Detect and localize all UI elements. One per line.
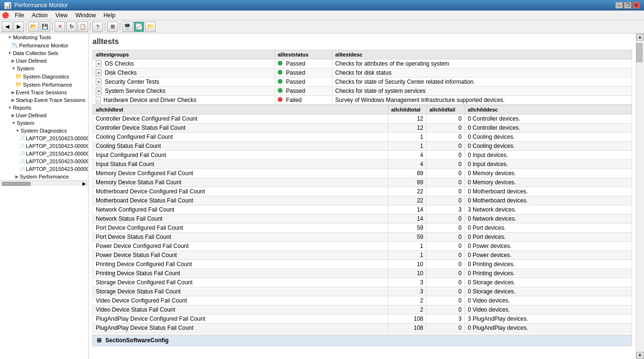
sidebar-item-system-reports[interactable]: ▼ System bbox=[0, 119, 88, 127]
minimize-button[interactable]: ─ bbox=[615, 2, 623, 9]
sidebar-item-system-diagnostics[interactable]: 📁 System Diagnostics bbox=[0, 72, 88, 80]
expand-toggle[interactable]: - bbox=[96, 97, 101, 103]
top-table-row[interactable]: - Hardware Device and Driver Checks Fail… bbox=[93, 96, 632, 105]
expand-toggle[interactable]: + bbox=[96, 88, 102, 94]
sidebar-item-data-collector-sets[interactable]: ▼ Data Collector Sets bbox=[0, 49, 88, 57]
menu-view[interactable]: View bbox=[52, 11, 72, 20]
properties-button[interactable]: ⊞ bbox=[107, 22, 118, 32]
child-table-row[interactable]: Printing Device Status Fail Count 10 0 0… bbox=[93, 269, 632, 278]
content-area: alltests alltestgroups allteststatus all… bbox=[89, 34, 636, 359]
top-table-row[interactable]: + Disk Checks Passed Checks for disk sta… bbox=[93, 68, 632, 78]
close-button[interactable]: ✕ bbox=[633, 2, 640, 9]
child-desc: 0 Input devices. bbox=[465, 160, 632, 169]
child-table-row[interactable]: Memory Device Configured Fail Count 89 0… bbox=[93, 169, 632, 178]
top-table-row[interactable]: + System Service Checks Passed Checks fo… bbox=[93, 87, 632, 96]
top-table-row[interactable]: + Security Center Tests Passed Checks fo… bbox=[93, 78, 632, 87]
open-button[interactable]: 📂 bbox=[28, 22, 39, 32]
child-table-row[interactable]: Port Device Status Fail Count 59 0 0 Por… bbox=[93, 233, 632, 242]
child-table-row[interactable]: Port Device Configured Fail Count 59 0 0… bbox=[93, 224, 632, 233]
sidebar-item-laptop1[interactable]: 📄 LAPTOP_20150423-00000 bbox=[0, 135, 88, 142]
child-desc: 0 Cooling devices. bbox=[465, 142, 632, 151]
laptop4-label: LAPTOP_20150423-00000 bbox=[26, 158, 88, 164]
child-total: 10 bbox=[388, 269, 427, 278]
sidebar-item-startup-event-trace[interactable]: ▶ Startup Event Trace Sessions bbox=[0, 96, 88, 104]
report-icon-3: 📄 bbox=[19, 151, 25, 157]
expand-toggle[interactable]: + bbox=[96, 69, 102, 76]
child-table-row[interactable]: Controller Device Status Fail Count 12 0… bbox=[93, 123, 632, 133]
menu-help[interactable]: Help bbox=[100, 11, 119, 20]
sidebar-scroll-thumb[interactable] bbox=[2, 182, 31, 186]
sidebar-scroll-right[interactable]: ▶ bbox=[82, 181, 86, 186]
forward-button[interactable]: ▶ bbox=[13, 22, 24, 32]
child-total: 14 bbox=[388, 214, 427, 224]
sidebar-item-user-defined[interactable]: ▶ User Defined bbox=[0, 57, 88, 65]
child-desc: 0 Input devices. bbox=[465, 151, 632, 160]
sidebar-item-reports[interactable]: ▼ Reports bbox=[0, 104, 88, 112]
expand-toggle[interactable]: + bbox=[96, 79, 102, 85]
sidebar-item-event-trace[interactable]: ▶ Event Trace Sessions bbox=[0, 89, 88, 96]
sidebar-scrollbar[interactable]: ▶ bbox=[0, 180, 88, 186]
toolbar: ◀ ▶ 📂 💾 ✕ ↻ 📋 ? ⊞ 🖥️ 📈 📁 bbox=[0, 20, 644, 34]
back-button[interactable]: ◀ bbox=[2, 22, 12, 32]
child-test-name: Storage Device Status Fail Count bbox=[93, 287, 388, 296]
sidebar-item-monitoring-tools[interactable]: ▼ Monitoring Tools bbox=[0, 34, 88, 41]
child-table-row[interactable]: Controller Device Configured Fail Count … bbox=[93, 114, 632, 123]
child-desc: 0 Printing devices. bbox=[465, 260, 632, 269]
bottom-section-icon: ⊞ bbox=[97, 337, 102, 344]
child-table-row[interactable]: Power Device Configured Fail Count 1 0 0… bbox=[93, 242, 632, 251]
child-table-row[interactable]: Storage Device Status Fail Count 3 0 0 S… bbox=[93, 287, 632, 296]
sidebar-item-laptop5[interactable]: 📄 LAPTOP_20150423-00000 bbox=[0, 165, 88, 173]
right-scrollbar[interactable]: ▲ ▼ bbox=[636, 34, 644, 359]
restore-button[interactable]: ❐ bbox=[624, 2, 632, 9]
child-table-row[interactable]: Printing Device Configured Fail Count 10… bbox=[93, 260, 632, 269]
view-button[interactable]: 🖥️ bbox=[122, 22, 133, 32]
child-table-row[interactable]: Memory Device Status Fail Count 89 0 0 M… bbox=[93, 178, 632, 187]
sidebar-item-sys-perf-reports[interactable]: ▶ System Performance bbox=[0, 173, 88, 180]
menu-file[interactable]: File bbox=[11, 11, 28, 20]
scroll-up-button[interactable]: ▲ bbox=[636, 34, 644, 41]
copy-button[interactable]: 📋 bbox=[78, 22, 88, 32]
child-desc: 0 Cooling devices. bbox=[465, 133, 632, 142]
child-table-row[interactable]: Video Device Configured Fail Count 2 0 0… bbox=[93, 296, 632, 305]
top-table-row[interactable]: + OS Checks Passed Checks for attributes… bbox=[93, 59, 632, 68]
delete-button[interactable]: ✕ bbox=[55, 22, 65, 32]
child-table-row[interactable]: PlugAndPlay Device Configured Fail Count… bbox=[93, 314, 632, 324]
expand-icon-8: ▶ bbox=[11, 113, 15, 118]
child-table-row[interactable]: Power Device Status Fail Count 1 0 0 Pow… bbox=[93, 251, 632, 260]
child-table-row[interactable]: Storage Device Configured Fail Count 3 0… bbox=[93, 278, 632, 287]
chart-button[interactable]: 📈 bbox=[134, 22, 144, 32]
help-button[interactable]: ? bbox=[92, 22, 103, 32]
folder-button[interactable]: 📁 bbox=[145, 22, 156, 32]
child-total: 1 bbox=[388, 133, 427, 142]
save-button[interactable]: 💾 bbox=[40, 22, 50, 32]
scroll-thumb[interactable] bbox=[636, 43, 643, 62]
sidebar-item-system[interactable]: ▼ System bbox=[0, 65, 88, 72]
expand-toggle[interactable]: + bbox=[96, 60, 102, 67]
child-table-row[interactable]: Motherboard Device Configured Fail Count… bbox=[93, 187, 632, 196]
child-table-row[interactable]: Motherboard Device Status Fail Count 22 … bbox=[93, 196, 632, 205]
sidebar-item-laptop4[interactable]: 📄 LAPTOP_20150423-00000 bbox=[0, 157, 88, 165]
child-table-row[interactable]: Network Configured Fail Count 14 3 3 Net… bbox=[93, 205, 632, 214]
child-table-row[interactable]: Input Configured Fail Count 4 0 0 Input … bbox=[93, 151, 632, 160]
sidebar-item-user-defined-reports[interactable]: ▶ User Defined bbox=[0, 112, 88, 119]
sidebar-item-laptop3[interactable]: 📄 LAPTOP_20150423-00000 bbox=[0, 150, 88, 157]
child-total: 59 bbox=[388, 224, 427, 233]
sidebar-item-performance-monitor[interactable]: 📉 Performance Monitor bbox=[0, 41, 88, 49]
child-total: 1 bbox=[388, 242, 427, 251]
refresh-button[interactable]: ↻ bbox=[66, 22, 77, 32]
system-performance-dcs-label: System Performance bbox=[23, 82, 72, 88]
child-table-row[interactable]: Cooling Configured Fail Count 1 0 0 Cool… bbox=[93, 133, 632, 142]
sidebar-item-sys-diag-reports[interactable]: ▼ System Diagnostics bbox=[0, 127, 88, 135]
scroll-down-button[interactable]: ▼ bbox=[636, 352, 644, 359]
scroll-track[interactable] bbox=[636, 41, 644, 352]
test-desc-cell: Survey of Windows Management Infrastruct… bbox=[332, 96, 632, 105]
child-table-row[interactable]: Cooling Status Fail Count 1 0 0 Cooling … bbox=[93, 142, 632, 151]
menu-window[interactable]: Window bbox=[72, 11, 100, 20]
menu-action[interactable]: Action bbox=[28, 11, 51, 20]
sidebar-item-system-performance[interactable]: 📁 System Performance bbox=[0, 80, 88, 89]
child-table-row[interactable]: Input Status Fail Count 4 0 0 Input devi… bbox=[93, 160, 632, 169]
child-table-row[interactable]: Video Device Status Fail Count 2 0 0 Vid… bbox=[93, 305, 632, 314]
child-table-row[interactable]: Network Status Fail Count 14 0 0 Network… bbox=[93, 214, 632, 224]
child-table-row[interactable]: PlugAndPlay Device Status Fail Count 108… bbox=[93, 324, 632, 333]
sidebar-item-laptop2[interactable]: 📄 LAPTOP_20150423-00000 bbox=[0, 142, 88, 150]
